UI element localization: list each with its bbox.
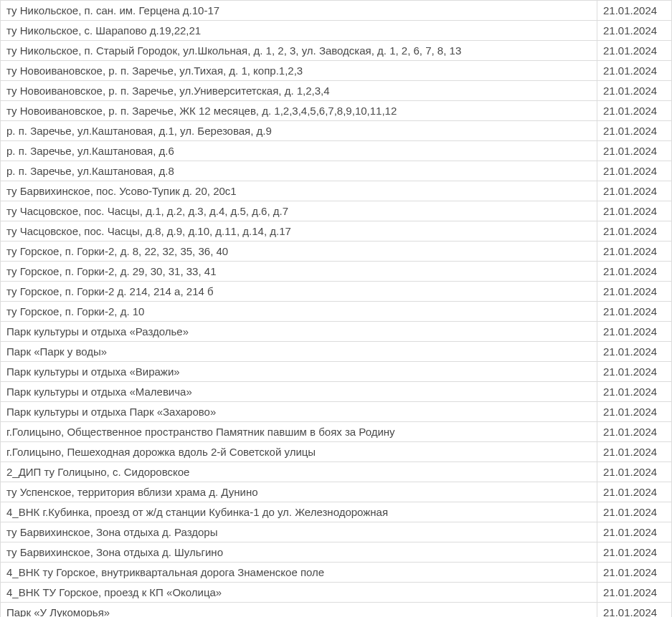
cell-date: 21.01.2024 [597, 121, 672, 141]
cell-address: г.Голицыно, Пешеходная дорожка вдоль 2-й… [1, 442, 597, 462]
cell-date: 21.01.2024 [597, 563, 672, 583]
cell-address: г.Голицыно, Общественное пространство Па… [1, 422, 597, 442]
table-row: ту Новоивановское, р. п. Заречье, ул.Тих… [1, 61, 672, 81]
cell-date: 21.01.2024 [597, 61, 672, 81]
table-row: Парк культуры и отдыха «Раздолье»21.01.2… [1, 322, 672, 342]
cell-address: ту Новоивановское, р. п. Заречье, ул.Уни… [1, 81, 597, 101]
table-row: ту Новоивановское, р. п. Заречье, ул.Уни… [1, 81, 672, 101]
table-row: 4_ВНК г.Кубинка, проезд от ж/д станции К… [1, 502, 672, 522]
table-row: ту Горское, п. Горки-2, д. 1021.01.2024 [1, 302, 672, 322]
cell-address: Парк культуры и отдыха «Малевича» [1, 382, 597, 402]
cell-address: ту Горское, п. Горки-2, д. 10 [1, 302, 597, 322]
schedule-table-body: ту Никольское, п. сан. им. Герцена д.10-… [1, 1, 672, 618]
table-row: 4_ВНК ТУ Горское, проезд к КП «Околица»2… [1, 583, 672, 603]
cell-date: 21.01.2024 [597, 322, 672, 342]
table-row: Парк культуры и отдыха «Малевича»21.01.2… [1, 382, 672, 402]
cell-address: Парк «Парк у воды» [1, 342, 597, 362]
table-row: ту Барвихинское, Зона отдыха д. Шульгино… [1, 542, 672, 563]
table-row: ту Барвихинское, пос. Усово-Тупик д. 20,… [1, 181, 672, 201]
table-row: р. п. Заречье, ул.Каштановая, д.1, ул. Б… [1, 121, 672, 141]
table-row: г.Голицыно, Пешеходная дорожка вдоль 2-й… [1, 442, 672, 462]
table-row: ту Горское, п. Горки-2, д. 29, 30, 31, 3… [1, 262, 672, 282]
table-row: Парк культуры и отдыха Парк «Захарово»21… [1, 402, 672, 422]
cell-address: ту Никольское, п. Старый Городок, ул.Шко… [1, 41, 597, 61]
table-row: г.Голицыно, Общественное пространство Па… [1, 422, 672, 442]
table-row: ту Часцовское, пос. Часцы, д.1, д.2, д.3… [1, 201, 672, 221]
cell-date: 21.01.2024 [597, 241, 672, 262]
table-row: ту Часцовское, пос. Часцы, д.8, д.9, д.1… [1, 221, 672, 241]
cell-address: ту Горское, п. Горки-2, д. 29, 30, 31, 3… [1, 262, 597, 282]
cell-address: 4_ВНК ТУ Горское, проезд к КП «Околица» [1, 583, 597, 603]
schedule-table: ту Никольское, п. сан. им. Герцена д.10-… [0, 0, 672, 617]
table-row: Парк «Парк у воды»21.01.2024 [1, 342, 672, 362]
cell-address: р. п. Заречье, ул.Каштановая, д.1, ул. Б… [1, 121, 597, 141]
table-row: Парк «У Лукоморья»21.01.2024 [1, 603, 672, 618]
cell-date: 21.01.2024 [597, 603, 672, 618]
table-row: ту Горское, п. Горки-2, д. 8, 22, 32, 35… [1, 241, 672, 262]
cell-date: 21.01.2024 [597, 402, 672, 422]
cell-date: 21.01.2024 [597, 41, 672, 61]
table-row: Парк культуры и отдыха «Виражи»21.01.202… [1, 362, 672, 382]
table-row: ту Никольское, п. сан. им. Герцена д.10-… [1, 1, 672, 21]
cell-address: ту Никольское, с. Шарапово д.19,22,21 [1, 21, 597, 41]
cell-date: 21.01.2024 [597, 181, 672, 201]
cell-address: р. п. Заречье, ул.Каштановая, д.8 [1, 161, 597, 181]
table-row: 4_ВНК ту Горское, внутриквартальная доро… [1, 563, 672, 583]
cell-date: 21.01.2024 [597, 302, 672, 322]
cell-date: 21.01.2024 [597, 282, 672, 302]
table-row: р. п. Заречье, ул.Каштановая, д.621.01.2… [1, 141, 672, 161]
table-row: 2_ДИП ту Голицыно, с. Сидоровское21.01.2… [1, 462, 672, 482]
cell-date: 21.01.2024 [597, 1, 672, 21]
cell-date: 21.01.2024 [597, 362, 672, 382]
cell-address: р. п. Заречье, ул.Каштановая, д.6 [1, 141, 597, 161]
cell-address: ту Никольское, п. сан. им. Герцена д.10-… [1, 1, 597, 21]
cell-address: ту Успенское, территория вблизи храма д.… [1, 482, 597, 502]
cell-date: 21.01.2024 [597, 201, 672, 221]
table-row: р. п. Заречье, ул.Каштановая, д.821.01.2… [1, 161, 672, 181]
table-row: ту Горское, п. Горки-2 д. 214, 214 а, 21… [1, 282, 672, 302]
cell-date: 21.01.2024 [597, 482, 672, 502]
table-row: ту Новоивановское, р. п. Заречье, ЖК 12 … [1, 101, 672, 121]
cell-address: ту Новоивановское, р. п. Заречье, ЖК 12 … [1, 101, 597, 121]
cell-address: ту Барвихинское, Зона отдыха д. Раздоры [1, 522, 597, 542]
cell-date: 21.01.2024 [597, 141, 672, 161]
cell-date: 21.01.2024 [597, 522, 672, 542]
cell-address: ту Горское, п. Горки-2 д. 214, 214 а, 21… [1, 282, 597, 302]
cell-address: ту Барвихинское, Зона отдыха д. Шульгино [1, 542, 597, 563]
cell-date: 21.01.2024 [597, 342, 672, 362]
cell-date: 21.01.2024 [597, 442, 672, 462]
cell-date: 21.01.2024 [597, 262, 672, 282]
cell-date: 21.01.2024 [597, 502, 672, 522]
cell-address: 4_ВНК ту Горское, внутриквартальная доро… [1, 563, 597, 583]
cell-address: Парк культуры и отдыха «Виражи» [1, 362, 597, 382]
cell-date: 21.01.2024 [597, 161, 672, 181]
cell-date: 21.01.2024 [597, 81, 672, 101]
table-row: ту Никольское, п. Старый Городок, ул.Шко… [1, 41, 672, 61]
cell-address: Парк «У Лукоморья» [1, 603, 597, 618]
cell-date: 21.01.2024 [597, 462, 672, 482]
cell-date: 21.01.2024 [597, 542, 672, 563]
cell-address: ту Часцовское, пос. Часцы, д.8, д.9, д.1… [1, 221, 597, 241]
table-row: ту Никольское, с. Шарапово д.19,22,2121.… [1, 21, 672, 41]
cell-address: 2_ДИП ту Голицыно, с. Сидоровское [1, 462, 597, 482]
cell-date: 21.01.2024 [597, 382, 672, 402]
cell-address: ту Новоивановское, р. п. Заречье, ул.Тих… [1, 61, 597, 81]
cell-address: Парк культуры и отдыха Парк «Захарово» [1, 402, 597, 422]
table-row: ту Барвихинское, Зона отдыха д. Раздоры2… [1, 522, 672, 542]
cell-date: 21.01.2024 [597, 101, 672, 121]
cell-date: 21.01.2024 [597, 21, 672, 41]
cell-address: ту Горское, п. Горки-2, д. 8, 22, 32, 35… [1, 241, 597, 262]
cell-address: Парк культуры и отдыха «Раздолье» [1, 322, 597, 342]
cell-address: ту Барвихинское, пос. Усово-Тупик д. 20,… [1, 181, 597, 201]
cell-date: 21.01.2024 [597, 221, 672, 241]
table-row: ту Успенское, территория вблизи храма д.… [1, 482, 672, 502]
cell-date: 21.01.2024 [597, 422, 672, 442]
cell-date: 21.01.2024 [597, 583, 672, 603]
cell-address: ту Часцовское, пос. Часцы, д.1, д.2, д.3… [1, 201, 597, 221]
cell-address: 4_ВНК г.Кубинка, проезд от ж/д станции К… [1, 502, 597, 522]
